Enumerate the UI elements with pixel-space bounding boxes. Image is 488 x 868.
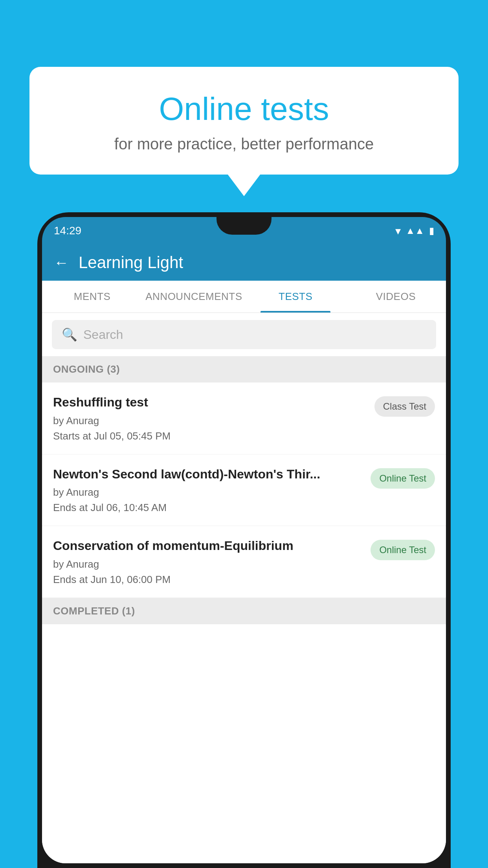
test-badge-online: Online Test (371, 468, 435, 489)
status-icons: ▾ ▲▲ ▮ (395, 224, 434, 237)
search-input[interactable]: Search (83, 327, 123, 342)
time-value: Jul 05, 05:45 PM (94, 430, 171, 442)
search-box[interactable]: 🔍 Search (52, 320, 436, 349)
back-button[interactable]: ← (54, 254, 69, 271)
test-info: Reshuffling test by Anurag Starts at Jul… (53, 394, 367, 442)
wifi-icon: ▾ (395, 224, 401, 237)
speech-bubble: Online tests for more practice, better p… (29, 67, 459, 175)
test-author: by Anurag (53, 415, 367, 427)
test-name: Reshuffling test (53, 394, 367, 411)
test-info: Conservation of momentum-Equilibrium by … (53, 538, 363, 586)
tests-list: Reshuffling test by Anurag Starts at Jul… (42, 383, 446, 863)
battery-icon: ▮ (429, 225, 434, 236)
completed-section-header: COMPLETED (1) (42, 598, 446, 624)
test-info: Newton's Second law(contd)-Newton's Thir… (53, 466, 363, 514)
tabs-bar: MENTS ANNOUNCEMENTS TESTS VIDEOS (42, 281, 446, 313)
signal-icon: ▲▲ (405, 225, 424, 236)
bubble-subtitle: for more practice, better performance (49, 135, 439, 153)
tab-tests[interactable]: TESTS (246, 281, 346, 313)
test-author: by Anurag (53, 486, 363, 498)
app-title: Learning Light (79, 253, 183, 272)
phone-body: 14:29 ▾ ▲▲ ▮ ← Learning Light MENTS ANNO… (37, 212, 451, 868)
test-time: Ends at Jun 10, 06:00 PM (53, 574, 363, 586)
time-label: Ends at (53, 502, 88, 513)
test-name: Conservation of momentum-Equilibrium (53, 538, 363, 554)
test-badge-class: Class Test (374, 396, 435, 417)
test-time: Starts at Jul 05, 05:45 PM (53, 430, 367, 442)
app-header: ← Learning Light (42, 245, 446, 281)
test-item[interactable]: Newton's Second law(contd)-Newton's Thir… (42, 454, 446, 526)
test-time: Ends at Jul 06, 10:45 AM (53, 502, 363, 514)
tab-ments[interactable]: MENTS (42, 281, 142, 313)
tab-announcements[interactable]: ANNOUNCEMENTS (142, 281, 245, 313)
test-item[interactable]: Conservation of momentum-Equilibrium by … (42, 526, 446, 598)
clock: 14:29 (54, 224, 81, 237)
phone-frame: 14:29 ▾ ▲▲ ▮ ← Learning Light MENTS ANNO… (37, 212, 451, 868)
test-author: by Anurag (53, 558, 363, 570)
status-bar: 14:29 ▾ ▲▲ ▮ (42, 217, 446, 245)
test-item[interactable]: Reshuffling test by Anurag Starts at Jul… (42, 383, 446, 454)
search-icon: 🔍 (62, 327, 77, 342)
time-value: Jun 10, 06:00 PM (90, 574, 171, 585)
app-screen: ← Learning Light MENTS ANNOUNCEMENTS TES… (42, 245, 446, 863)
search-container: 🔍 Search (42, 313, 446, 356)
time-label: Ends at (53, 574, 88, 585)
notch (216, 217, 272, 235)
time-label: Starts at (53, 430, 91, 442)
bubble-title: Online tests (49, 90, 439, 127)
test-name: Newton's Second law(contd)-Newton's Thir… (53, 466, 363, 483)
time-value: Jul 06, 10:45 AM (90, 502, 167, 513)
tab-videos[interactable]: VIDEOS (346, 281, 446, 313)
test-badge-online-2: Online Test (371, 540, 435, 560)
ongoing-section-header: ONGOING (3) (42, 356, 446, 383)
